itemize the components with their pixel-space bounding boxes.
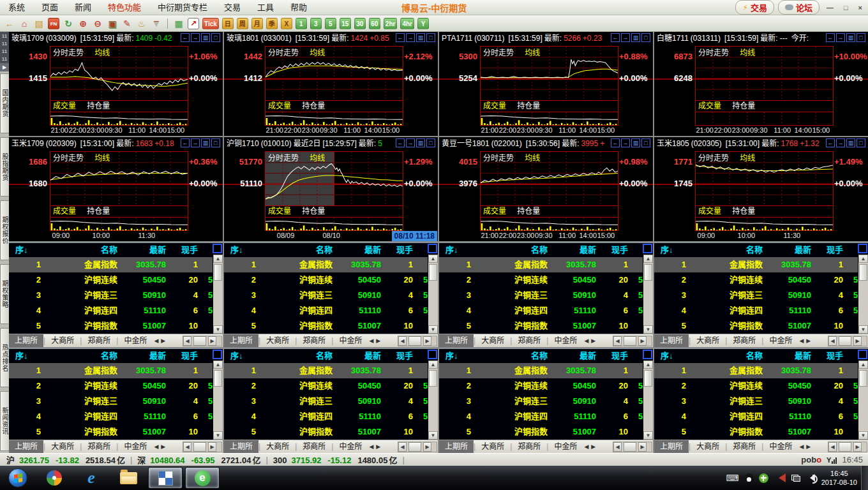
maximize-icon[interactable]: □ [641, 33, 650, 42]
intraday-price-chart[interactable]: 分时走势 均线 [50, 46, 188, 101]
column-header-volume[interactable]: 现手 [811, 243, 843, 257]
table-row[interactable]: 1金属指数3035.781 [654, 257, 858, 272]
intraday-price-chart[interactable]: 分时走势 均线 [50, 151, 188, 206]
scroll-up-icon[interactable]: ▲ [428, 255, 438, 263]
back-icon[interactable]: ← [4, 18, 15, 29]
tab-scroll-right-icon[interactable]: ▶ [805, 443, 812, 450]
table-row[interactable]: 3沪铜连三5091045 [224, 288, 428, 303]
tab-scroll-left-icon[interactable]: ◀ [583, 338, 590, 344]
tab-exchange-0[interactable]: 上期所 [439, 334, 474, 348]
maximize-icon[interactable]: □ [857, 33, 865, 42]
table-row[interactable]: 2沪铜连续50450205 [654, 272, 858, 288]
table-row[interactable]: 4沪铜连四5111065 [9, 303, 213, 318]
scroll-up-icon[interactable]: ▲ [213, 360, 223, 369]
chart-panel[interactable]: 玻璃1801(033001)[15:31:59]最新:1424+0.85 ←→▥… [224, 32, 438, 136]
table-row[interactable]: 2沪铜连续50450205 [224, 378, 428, 394]
table-row[interactable]: 3沪铜连三5091045 [9, 288, 213, 303]
scroll-up-icon[interactable]: ▲ [213, 255, 223, 263]
table-row[interactable]: 1金属指数3035.781 [654, 363, 858, 378]
column-header-name[interactable]: 名称 [256, 349, 333, 363]
quote-table-icon[interactable]: ▦ [173, 18, 184, 29]
table-maximize-icon[interactable] [428, 244, 437, 253]
table-row[interactable]: 3沪铜连三5091045 [439, 394, 643, 409]
maximize-icon[interactable]: □ [426, 138, 435, 147]
menu-item-0[interactable]: 系统 [0, 0, 33, 15]
vertical-scrollbar[interactable]: ▲ ▼ [213, 255, 223, 334]
intraday-price-chart[interactable]: 分时走势 均线 [695, 151, 834, 206]
scrollbar-thumb[interactable] [214, 370, 222, 387]
tab-exchange-1[interactable]: 大商所 [260, 440, 295, 454]
tab-scroll-left-icon[interactable]: ◀ [798, 338, 805, 344]
layout-icon[interactable]: ▣ [107, 18, 118, 29]
column-header-last[interactable]: 最新 [763, 243, 811, 257]
column-header-last[interactable]: 最新 [548, 349, 596, 363]
tab-scroll-left-icon[interactable]: ◀ [368, 443, 375, 450]
qq-icon[interactable] [745, 473, 753, 483]
horizontal-scrollbar[interactable]: ◀ ▶ [183, 336, 222, 346]
shield-icon[interactable] [759, 473, 768, 483]
column-header-last[interactable]: 最新 [548, 243, 596, 257]
tab-exchange-2[interactable]: 郑商所 [727, 440, 761, 454]
scroll-down-icon[interactable]: ▼ [428, 325, 438, 334]
column-header-last[interactable]: 最新 [117, 243, 166, 257]
sidebar-tab-0[interactable]: 国内期货 [0, 73, 9, 133]
prev-contract-icon[interactable]: ← [396, 33, 405, 42]
hscroll-left-icon[interactable]: ◀ [828, 336, 837, 346]
start-button[interactable] [0, 468, 36, 487]
horn-icon[interactable] [774, 473, 786, 482]
scroll-up-icon[interactable]: ▲ [428, 360, 438, 369]
horizontal-scrollbar[interactable]: ◀ ▶ [613, 442, 652, 452]
tab-exchange-2[interactable]: 郑商所 [82, 334, 116, 348]
tab-scroll-left-icon[interactable]: ◀ [153, 338, 160, 344]
period-3min[interactable]: 3 [310, 18, 322, 29]
column-header-volume[interactable]: 现手 [381, 243, 413, 257]
tab-exchange-0[interactable]: 上期所 [224, 440, 258, 454]
tab-exchange-3[interactable]: 中金所 [118, 440, 153, 454]
period-custom[interactable]: X [281, 18, 292, 29]
table-maximize-icon[interactable] [643, 350, 652, 359]
table-row[interactable]: 5沪铜指数5100710 [224, 318, 428, 334]
chart-panel[interactable]: 沪铜1710(010010)最近2日[15:29:57]最新:5 ←→▥□ 51… [224, 137, 438, 241]
table-row[interactable]: 4沪铜连四5111065 [654, 303, 858, 318]
tab-exchange-1[interactable]: 大商所 [475, 440, 510, 454]
hscrollbar-thumb[interactable] [408, 336, 421, 346]
taskbar-app-pinwheel[interactable] [37, 466, 71, 489]
column-header-name[interactable]: 名称 [686, 243, 763, 257]
next-contract-icon[interactable]: → [836, 33, 845, 42]
scrollbar-thumb[interactable] [429, 370, 437, 387]
period-5min[interactable]: 5 [325, 18, 336, 29]
vertical-scrollbar[interactable]: ▲ ▼ [858, 360, 868, 440]
table-header-row[interactable]: 序↓ 名称 最新 现手 [224, 349, 438, 363]
volume-chart[interactable] [50, 217, 188, 231]
period-2hr[interactable]: 2hr [384, 18, 398, 29]
column-header-last[interactable]: 最新 [117, 349, 166, 363]
table-maximize-icon[interactable] [213, 244, 222, 253]
hscrollbar-thumb[interactable] [193, 336, 206, 346]
column-header-seq[interactable]: 序↓ [654, 243, 686, 257]
table-maximize-icon[interactable] [858, 350, 867, 359]
hscroll-right-icon[interactable]: ▶ [208, 442, 216, 452]
table-row[interactable]: 5沪铜指数5100710 [654, 424, 858, 440]
period-30min[interactable]: 30 [354, 18, 366, 29]
scroll-down-icon[interactable]: ▼ [213, 325, 223, 334]
hscroll-left-icon[interactable]: ◀ [613, 442, 622, 452]
filter-icon[interactable]: ▼ [151, 18, 162, 29]
table-row[interactable]: 1金属指数3035.781 [9, 257, 213, 272]
period-year[interactable]: Y [417, 18, 429, 29]
tab-exchange-0[interactable]: 上期所 [654, 440, 689, 454]
hscroll-right-icon[interactable]: ▶ [638, 442, 647, 452]
table-header-row[interactable]: 序↓ 名称 最新 现手 [224, 243, 438, 257]
prev-contract-icon[interactable]: ← [611, 138, 620, 147]
show-desktop-button[interactable] [861, 466, 868, 490]
tab-exchange-2[interactable]: 郑商所 [297, 440, 331, 454]
table-row[interactable]: 2沪铜连续50450205 [224, 272, 428, 288]
table-row[interactable]: 1金属指数3035.781 [439, 363, 643, 378]
volume-chart[interactable] [265, 217, 403, 231]
grid-view-icon[interactable]: ▥ [416, 33, 425, 42]
tab-exchange-2[interactable]: 郑商所 [297, 334, 331, 348]
alert-icon[interactable]: ♨ [136, 18, 147, 29]
table-row[interactable]: 1金属指数3035.781 [439, 257, 643, 272]
tab-exchange-3[interactable]: 中金所 [763, 334, 798, 348]
scrollbar-thumb[interactable] [429, 264, 437, 281]
tab-exchange-3[interactable]: 中金所 [118, 334, 153, 348]
